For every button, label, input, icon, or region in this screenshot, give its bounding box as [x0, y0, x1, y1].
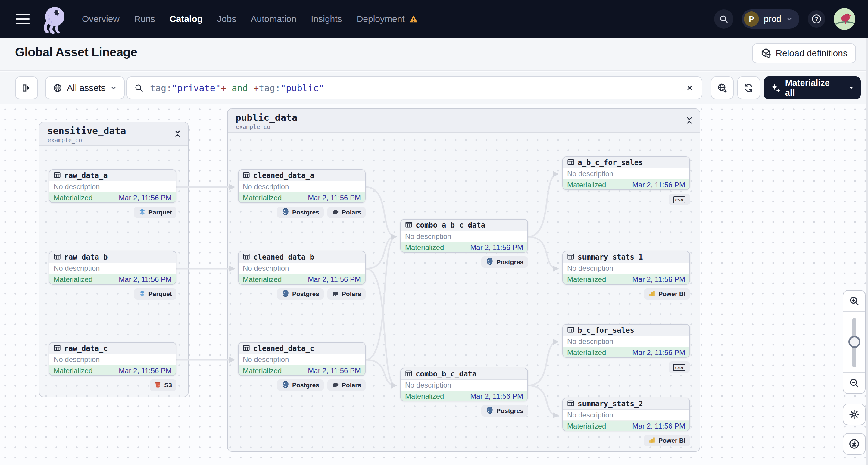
nav-item-overview[interactable]: Overview [82, 14, 120, 24]
status-badge: Materialized [54, 194, 92, 202]
kind-badge-postgres[interactable]: Postgres [277, 288, 324, 300]
globe-plus-icon [717, 83, 727, 93]
status-badge: Materialized [243, 367, 282, 375]
kind-badge-power-bi[interactable]: Power BI [644, 288, 690, 300]
asset-name: b_c_for_sales [578, 326, 634, 335]
kind-badge-polars[interactable]: Polars [328, 288, 366, 300]
nav-item-catalog[interactable]: Catalog [169, 14, 203, 24]
kind-badge-s3[interactable]: S3 [150, 379, 177, 391]
kind-badge-postgres[interactable]: Postgres [277, 379, 324, 391]
query-token: and [226, 83, 253, 93]
asset-scope-dropdown[interactable]: All assets [45, 76, 125, 99]
user-avatar[interactable] [834, 8, 855, 30]
global-search-button[interactable] [714, 9, 733, 29]
polars-icon [332, 381, 339, 390]
zoom-out-icon [849, 378, 859, 388]
kind-badge-power-bi[interactable]: Power BI [644, 435, 690, 446]
page-root: OverviewRunsCatalogJobsAutomationInsight… [0, 0, 868, 465]
top-nav: OverviewRunsCatalogJobsAutomationInsight… [0, 0, 868, 38]
clear-search-button[interactable] [683, 81, 696, 95]
asset-node-summary_stats_2[interactable]: summary_stats_2 No description Materiali… [562, 398, 690, 431]
query-token: tag: [259, 83, 280, 93]
zoom-panel [843, 290, 866, 394]
asset-node-header: summary_stats_1 [563, 251, 689, 263]
nav-item-jobs[interactable]: Jobs [217, 14, 236, 24]
gear-icon [849, 409, 860, 420]
kind-badge-polars[interactable]: Polars [328, 379, 366, 391]
lineage-graph-canvas[interactable]: sensitive_data example_co public_data ex… [0, 104, 868, 465]
nav-item-automation[interactable]: Automation [251, 14, 297, 24]
kind-badge-postgres[interactable]: Postgres [277, 207, 324, 218]
new-scope-button[interactable] [711, 76, 734, 99]
asset-node-summary_stats_1[interactable]: summary_stats_1 No description Materiali… [562, 251, 690, 285]
asset-status-row: Materialized Mar 2, 11:56 PM [563, 421, 689, 431]
zoom-slider[interactable] [852, 318, 856, 367]
kind-badge-postgres[interactable]: Postgres [481, 256, 528, 268]
asset-node-b_c_for_sales[interactable]: b_c_for_sales No description Materialize… [562, 324, 690, 358]
hamburger-menu-icon[interactable] [16, 13, 30, 24]
asset-node-combo_b_c_data[interactable]: combo_b_c_data No description Materializ… [400, 368, 528, 401]
download-graph-button[interactable] [843, 433, 866, 455]
kind-badge-csv[interactable]: csv [669, 362, 690, 373]
asset-description: No description [401, 380, 527, 391]
asset-search-input[interactable]: tag:"private"+ and +tag:"public" [126, 76, 702, 99]
asset-node-header: raw_data_c [50, 343, 176, 354]
asset-node-raw_data_b[interactable]: raw_data_b No description Materialized M… [49, 251, 177, 285]
asset-name: cleaned_data_c [253, 344, 314, 353]
asset-description: No description [563, 263, 689, 274]
asset-node-cleaned_data_c[interactable]: cleaned_data_c No description Materializ… [238, 342, 366, 376]
status-badge: Materialized [567, 422, 606, 430]
graph-settings-button[interactable] [843, 404, 866, 425]
materialization-timestamp: Mar 2, 11:56 PM [632, 422, 685, 430]
nav-item-deployment[interactable]: Deployment [356, 14, 418, 24]
powerbi-icon [648, 436, 656, 445]
kind-badge-label: Polars [342, 209, 361, 216]
asset-node-raw_data_a[interactable]: raw_data_a No description Materialized M… [49, 169, 177, 203]
filter-toolbar: All assets tag:"private"+ and +tag:"publ… [0, 72, 868, 104]
asset-name: combo_b_c_data [415, 370, 476, 378]
asset-status-row: Materialized Mar 2, 11:56 PM [239, 192, 365, 203]
kind-badge-parquet[interactable]: Parquet [134, 207, 177, 218]
panel-expand-icon [22, 84, 31, 92]
open-sidebar-panel-button[interactable] [15, 76, 38, 99]
zoom-out-button[interactable] [843, 372, 865, 393]
refresh-graph-button[interactable] [737, 76, 760, 99]
kind-badge-label: Polars [342, 381, 361, 389]
asset-status-row: Materialized Mar 2, 11:56 PM [563, 180, 689, 190]
kind-badge-parquet[interactable]: Parquet [134, 288, 177, 300]
asset-node-a_b_c_for_sales[interactable]: a_b_c_for_sales No description Materiali… [562, 156, 690, 190]
asset-description: No description [401, 231, 527, 242]
asset-name: cleaned_data_a [253, 172, 314, 180]
vertical-scrollbar[interactable] [866, 38, 868, 465]
asset-description: No description [239, 263, 365, 274]
nav-item-label: Catalog [169, 14, 203, 24]
asset-node-raw_data_c[interactable]: raw_data_c No description Materialized M… [49, 342, 177, 376]
asset-kind-badges: Parquet [49, 288, 177, 300]
environment-switcher[interactable]: P prod [742, 9, 799, 29]
kind-badge-polars[interactable]: Polars [328, 207, 366, 218]
asset-kind-badges: S3 [49, 379, 177, 391]
asset-node-combo_a_b_c_data[interactable]: combo_a_b_c_data No description Material… [400, 219, 528, 253]
zoom-in-button[interactable] [843, 290, 865, 312]
nav-item-label: Runs [134, 14, 155, 24]
page-title: Global Asset Lineage [15, 45, 137, 59]
help-button[interactable]: ? [808, 10, 825, 28]
zoom-slider-thumb[interactable] [848, 336, 861, 348]
warning-icon [409, 14, 418, 24]
kind-badge-postgres[interactable]: Postgres [481, 405, 528, 416]
asset-node-cleaned_data_a[interactable]: cleaned_data_a No description Materializ… [238, 169, 366, 203]
kind-badge-csv[interactable]: csv [669, 194, 690, 205]
materialize-all-button[interactable]: Materialize all [764, 76, 841, 99]
asset-description: No description [563, 336, 689, 347]
kind-badge-label: Power BI [658, 437, 685, 444]
table-icon [54, 172, 61, 180]
dagster-logo-icon[interactable] [40, 2, 69, 35]
nav-item-runs[interactable]: Runs [134, 14, 155, 24]
kind-badge-label: S3 [164, 381, 172, 389]
materialize-options-button[interactable] [841, 76, 861, 99]
reload-definitions-button[interactable]: Reload definitions [752, 43, 856, 63]
asset-node-cleaned_data_b[interactable]: cleaned_data_b No description Materializ… [238, 251, 366, 285]
kind-badge-label: Postgres [292, 381, 319, 389]
asset-node-header: combo_b_c_data [401, 368, 527, 380]
nav-item-insights[interactable]: Insights [311, 14, 342, 24]
